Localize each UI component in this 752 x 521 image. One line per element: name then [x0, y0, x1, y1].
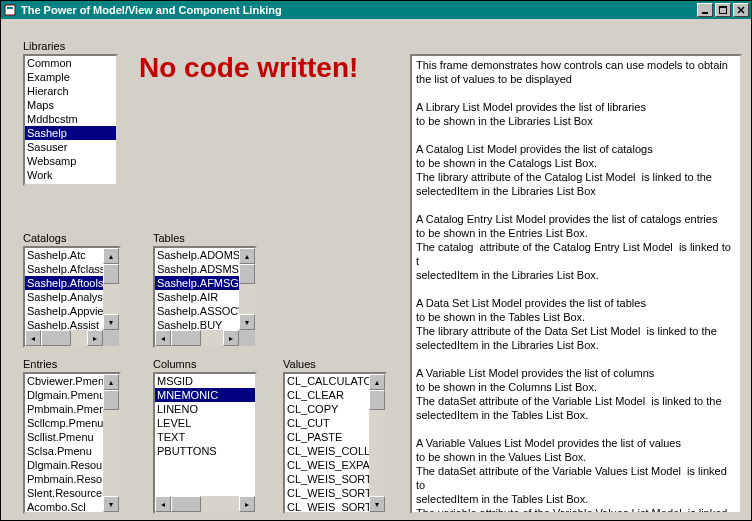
list-item[interactable]: LEVEL — [155, 416, 255, 430]
values-listbox[interactable]: CL_CALCULATOCL_CLEARCL_COPYCL_CUTCL_PAST… — [283, 372, 387, 514]
description-line: A Variable List Model provides the list … — [416, 366, 736, 380]
description-line: The library attribute of the Catalog Lis… — [416, 170, 736, 184]
scroll-up-button[interactable]: ▴ — [369, 374, 385, 390]
scroll-thumb[interactable] — [239, 264, 255, 284]
list-item[interactable]: Sashelp.ASSOCW — [155, 304, 239, 318]
minimize-button[interactable] — [697, 3, 713, 17]
scroll-thumb[interactable] — [171, 330, 201, 346]
list-item[interactable]: PBUTTONS — [155, 444, 255, 458]
scroll-thumb[interactable] — [171, 496, 201, 512]
list-item[interactable]: Sasuser — [25, 140, 116, 154]
list-item[interactable]: Acombo.Scl — [25, 500, 103, 512]
scroll-thumb[interactable] — [103, 264, 119, 284]
list-item[interactable]: Sashelp.Appview — [25, 304, 103, 318]
list-item[interactable]: Sashelp.BUY — [155, 318, 239, 330]
entries-listbox[interactable]: Cbviewer.PmenuDlgmain.PmenuPmbmain.Pmenu… — [23, 372, 121, 514]
horizontal-scrollbar[interactable]: ◂▸ — [155, 496, 255, 512]
list-item[interactable]: Sashelp.ADOMSG — [155, 248, 239, 262]
scroll-thumb[interactable] — [369, 390, 385, 410]
description-line: The dataSet attribute of the Variable Li… — [416, 394, 736, 408]
list-item[interactable]: LINENO — [155, 402, 255, 416]
vertical-scrollbar[interactable]: ▴▾ — [103, 248, 119, 330]
list-item[interactable]: Pmbmain.Pmenu — [25, 402, 103, 416]
tables-label: Tables — [153, 232, 185, 244]
scroll-up-button[interactable]: ▴ — [239, 248, 255, 264]
list-item[interactable]: Sashelp.AFMSG — [155, 276, 239, 290]
scroll-up-button[interactable]: ▴ — [103, 248, 119, 264]
list-item[interactable]: TEXT — [155, 430, 255, 444]
scroll-left-button[interactable]: ◂ — [25, 330, 41, 346]
description-line: selectedItem in the Libraries List Box. — [416, 338, 736, 352]
list-item[interactable]: Websamp — [25, 154, 116, 168]
list-item[interactable]: Cbviewer.Pmenu — [25, 374, 103, 388]
description-line: This frame demonstrates how controls can… — [416, 58, 736, 72]
scroll-right-button[interactable]: ▸ — [223, 330, 239, 346]
list-item[interactable]: Sashelp.Atc — [25, 248, 103, 262]
list-item[interactable]: Sashelp.Aftools — [25, 276, 103, 290]
list-item[interactable]: Hierarch — [25, 84, 116, 98]
scroll-thumb[interactable] — [103, 390, 119, 410]
description-line: selectedItem in the Tables List Box. — [416, 492, 736, 506]
scroll-down-button[interactable]: ▾ — [103, 314, 119, 330]
scroll-up-button[interactable]: ▴ — [103, 374, 119, 390]
scroll-right-button[interactable]: ▸ — [239, 496, 255, 512]
list-item[interactable]: CL_WEIS_SORT — [285, 486, 369, 500]
catalogs-listbox[interactable]: Sashelp.AtcSashelp.AfclassSashelp.Aftool… — [23, 246, 121, 348]
close-button[interactable] — [733, 3, 749, 17]
libraries-label: Libraries — [23, 40, 65, 52]
list-item[interactable]: Common — [25, 56, 116, 70]
scroll-thumb[interactable] — [41, 330, 71, 346]
vertical-scrollbar[interactable]: ▴▾ — [103, 374, 119, 512]
scroll-left-button[interactable]: ◂ — [155, 330, 171, 346]
list-item[interactable]: Dlgmain.Resource — [25, 458, 103, 472]
client-area: Libraries CommonExampleHierarchMapsMddbc… — [1, 19, 751, 520]
list-item[interactable]: Sashelp.Assist — [25, 318, 103, 330]
list-item[interactable]: Sashelp.Analyst — [25, 290, 103, 304]
list-item[interactable]: Sashelp — [25, 126, 116, 140]
list-item[interactable]: MNEMONIC — [155, 388, 255, 402]
list-item[interactable]: CL_WEIS_EXPAN — [285, 458, 369, 472]
list-item[interactable]: CL_WEIS_SORT — [285, 500, 369, 512]
list-item[interactable]: CL_WEIS_COLLA — [285, 444, 369, 458]
list-item[interactable]: Sashelp.Afclass — [25, 262, 103, 276]
list-item[interactable]: Example — [25, 70, 116, 84]
list-item[interactable]: Scllcmp.Pmenu — [25, 416, 103, 430]
horizontal-scrollbar[interactable]: ◂▸ — [155, 330, 255, 346]
list-item[interactable]: CL_PASTE — [285, 430, 369, 444]
scroll-corner — [103, 330, 119, 346]
vertical-scrollbar[interactable]: ▴▾ — [239, 248, 255, 330]
maximize-button[interactable] — [715, 3, 731, 17]
libraries-listbox[interactable]: CommonExampleHierarchMapsMddbcstmSashelp… — [23, 54, 118, 186]
list-item[interactable]: Mddbcstm — [25, 112, 116, 126]
description-line: to be shown in the Libraries List Box — [416, 114, 736, 128]
list-item[interactable]: Slent.Resource — [25, 486, 103, 500]
list-item[interactable]: MSGID — [155, 374, 255, 388]
list-item[interactable]: CL_COPY — [285, 402, 369, 416]
list-item[interactable]: Maps — [25, 98, 116, 112]
list-item[interactable]: Sashelp.AIR — [155, 290, 239, 304]
list-item[interactable]: CL_WEIS_SORT — [285, 472, 369, 486]
list-item[interactable]: Dlgmain.Pmenu — [25, 388, 103, 402]
description-line: A Variable Values List Model provides th… — [416, 436, 736, 450]
list-item[interactable]: Sashelp.ADSMSG — [155, 262, 239, 276]
catalogs-label: Catalogs — [23, 232, 66, 244]
list-item[interactable]: Scllist.Pmenu — [25, 430, 103, 444]
list-item[interactable]: CL_CUT — [285, 416, 369, 430]
columns-listbox[interactable]: MSGIDMNEMONICLINENOLEVELTEXTPBUTTONS◂▸ — [153, 372, 257, 514]
list-item[interactable]: Pmbmain.Resourc — [25, 472, 103, 486]
scroll-left-button[interactable]: ◂ — [155, 496, 171, 512]
scroll-right-button[interactable]: ▸ — [87, 330, 103, 346]
list-item[interactable]: CL_CLEAR — [285, 388, 369, 402]
list-item[interactable]: Sclsa.Pmenu — [25, 444, 103, 458]
list-item[interactable]: Work — [25, 168, 116, 182]
scroll-down-button[interactable]: ▾ — [239, 314, 255, 330]
description-line: to be shown in the Entries List Box. — [416, 226, 736, 240]
tables-listbox[interactable]: Sashelp.ADOMSGSashelp.ADSMSGSashelp.AFMS… — [153, 246, 257, 348]
vertical-scrollbar[interactable]: ▴▾ — [369, 374, 385, 512]
description-line: A Library List Model provides the list o… — [416, 100, 736, 114]
scroll-down-button[interactable]: ▾ — [103, 496, 119, 512]
description-line: A Catalog List Model provides the list o… — [416, 142, 736, 156]
scroll-down-button[interactable]: ▾ — [369, 496, 385, 512]
list-item[interactable]: CL_CALCULATO — [285, 374, 369, 388]
horizontal-scrollbar[interactable]: ◂▸ — [25, 330, 119, 346]
